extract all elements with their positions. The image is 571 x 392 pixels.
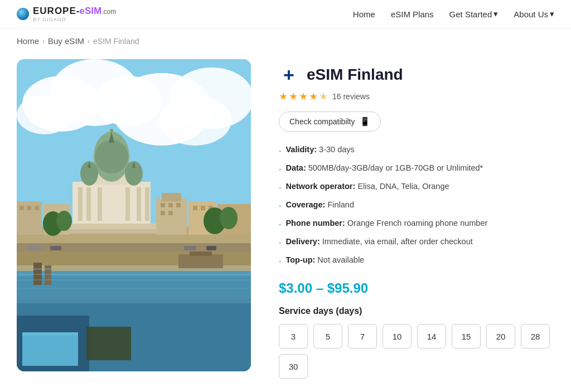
svg-rect-69 [22,332,78,335]
bullet-icon: · [279,181,281,195]
spec-coverage: · Coverage: Finland [279,199,554,213]
svg-point-50 [220,207,238,229]
stars-row: ★★★★★ 16 reviews [279,90,554,103]
svg-rect-61 [17,274,251,275]
svg-rect-34 [161,203,165,207]
svg-rect-25 [86,187,91,221]
nav-get-started[interactable]: Get Started ▾ [449,9,499,19]
chevron-down-icon: ▾ [550,9,554,19]
star-rating: ★★★★★ [279,90,329,103]
spec-phone-number: · Phone number: Orange French roaming ph… [279,217,554,231]
spec-delivery: · Delivery: Immediate, via email, after … [279,236,554,250]
breadcrumb: Home › Buy eSIM › eSIM Finland [0,28,571,54]
day-button-14[interactable]: 14 [417,324,446,349]
spec-data: · Data: 500MB/day-3GB/day or 1GB-70GB or… [279,162,554,176]
breadcrumb-separator: › [42,37,45,45]
svg-rect-24 [78,187,83,221]
price-range: $3.00 – $95.90 [279,280,554,296]
reviews-count: 16 reviews [332,92,370,101]
logo-esim-text: eSIM [79,6,101,16]
product-title-row: + eSIM Finland [279,65,554,85]
days-grid: 3 5 7 10 14 15 20 28 30 [279,324,554,379]
logo-com-text: .com [101,8,116,16]
service-days-label: Service days (days) [279,306,554,316]
day-button-5[interactable]: 5 [313,324,342,349]
svg-rect-68 [22,332,78,366]
helsinki-skyline-image [17,59,251,371]
svg-rect-35 [168,203,173,207]
chevron-down-icon: ▾ [493,9,498,19]
breadcrumb-buy-esim[interactable]: Buy eSIM [48,36,84,46]
bullet-icon: · [279,255,281,268]
day-button-3[interactable]: 3 [279,324,308,349]
spec-topup: · Top-up: Not available [279,254,554,268]
svg-rect-26 [98,187,102,221]
phone-icon: 📱 [360,117,370,127]
breadcrumb-home[interactable]: Home [17,36,39,46]
svg-rect-36 [176,203,181,207]
breadcrumb-current: eSIM Finland [93,37,139,46]
spec-network: · Network operator: Elisa, DNA, Telia, O… [279,181,554,195]
bullet-icon: · [279,218,281,231]
svg-rect-63 [17,288,251,289]
check-compat-label: Check compatibilty [289,117,355,126]
day-button-30[interactable]: 30 [279,354,308,379]
svg-point-7 [159,95,231,146]
svg-point-17 [95,140,128,173]
svg-rect-27 [125,187,130,221]
svg-rect-67 [86,327,131,360]
svg-rect-44 [20,206,24,210]
product-details: + eSIM Finland ★★★★★ 16 reviews Check co… [279,59,554,379]
globe-icon [17,8,29,20]
product-title: eSIM Finland [307,66,403,84]
finland-flag-icon: + [279,65,299,85]
nav-home[interactable]: Home [353,9,375,19]
svg-rect-62 [17,279,251,280]
bullet-icon: · [279,144,281,158]
nav-about-us[interactable]: About Us ▾ [514,9,554,19]
svg-rect-56 [178,254,223,268]
svg-rect-37 [161,211,165,215]
nav-esim-plans[interactable]: eSIM Plans [391,9,434,19]
svg-rect-60 [17,268,251,270]
svg-rect-52 [28,246,42,250]
spec-validity: · Validity: 3-30 days [279,144,554,158]
svg-rect-38 [168,211,173,215]
svg-rect-55 [206,246,216,250]
main-nav: Home eSIM Plans Get Started ▾ About Us ▾ [353,9,554,19]
check-compatibility-button[interactable]: Check compatibilty 📱 [279,112,381,132]
svg-point-6 [17,95,72,134]
svg-rect-54 [184,246,196,250]
product-image [17,59,251,371]
day-button-20[interactable]: 20 [486,324,515,349]
bullet-icon: · [279,200,281,213]
svg-rect-57 [190,251,212,256]
svg-rect-39 [193,206,197,210]
svg-rect-40 [201,206,205,210]
logo-europe-text: EUROPE [33,6,76,16]
bullet-icon: · [279,163,281,176]
svg-point-19 [110,129,113,132]
svg-rect-45 [27,206,31,210]
svg-rect-65 [17,299,251,303]
day-button-15[interactable]: 15 [452,324,481,349]
svg-rect-31 [162,193,181,201]
specs-list: · Validity: 3-30 days · Data: 500MB/day-… [279,144,554,268]
bullet-icon: · [279,236,281,250]
logo-sub-text: BY GIGAGO [33,17,116,22]
svg-rect-29 [145,187,149,221]
svg-rect-46 [35,206,39,210]
main-content: + eSIM Finland ★★★★★ 16 reviews Check co… [0,54,571,392]
svg-rect-14 [61,229,162,234]
logo: EUROPE-eSIM.com BY GIGAGO [17,6,116,22]
svg-point-48 [56,211,72,231]
svg-rect-28 [137,187,141,221]
svg-rect-53 [50,246,61,250]
product-image-wrap [17,59,251,371]
header: EUROPE-eSIM.com BY GIGAGO Home eSIM Plan… [0,0,571,28]
breadcrumb-separator: › [88,37,90,45]
day-button-28[interactable]: 28 [521,324,550,349]
day-button-7[interactable]: 7 [348,324,377,349]
day-button-10[interactable]: 10 [383,324,412,349]
